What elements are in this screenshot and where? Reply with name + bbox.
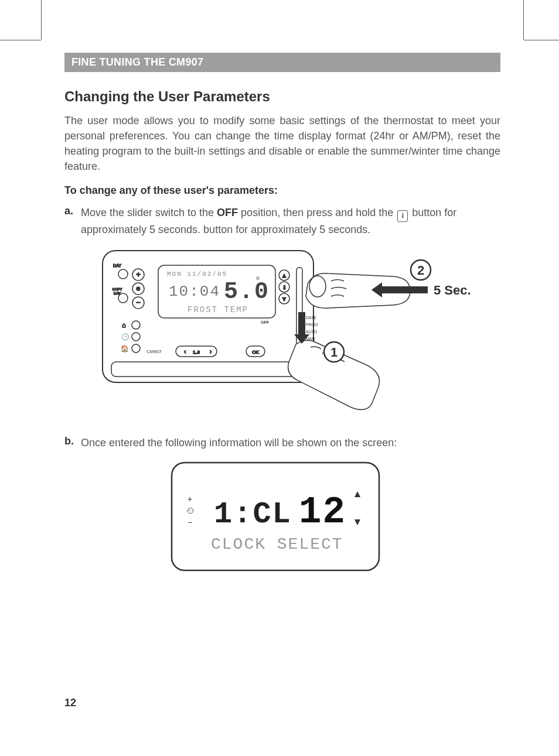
svg-rect-33 — [111, 362, 305, 377]
subheading: To change any of these user's parameters… — [64, 184, 500, 197]
svg-text:−: − — [188, 518, 192, 527]
svg-text:+: + — [136, 270, 141, 279]
step-a-mid: position, then press and hold the — [238, 207, 396, 218]
duration-label: 5 Sec. — [434, 283, 471, 297]
lcd-bottom: FROST TEMP — [188, 305, 248, 314]
info-icon: i — [397, 210, 408, 222]
lcd-mode: OFF — [261, 320, 270, 324]
lcd-time: 10:04 — [169, 283, 220, 300]
step-a: a. Move the slider switch to the OFF pos… — [64, 205, 500, 237]
svg-point-1 — [118, 269, 128, 279]
svg-text:›: › — [210, 348, 212, 355]
intro-paragraph: The user mode allows you to modify some … — [64, 113, 500, 174]
callout-2: 2 — [411, 260, 431, 280]
svg-text:▲: ▲ — [281, 272, 287, 279]
lcd-value: 12 — [299, 491, 346, 533]
lcd-code: 1:CL — [214, 497, 292, 532]
svg-text:⏲: ⏲ — [136, 286, 141, 292]
step-a-marker: a. — [64, 205, 81, 237]
step-b-text: Once entered the following information w… — [81, 435, 397, 450]
figure-2: + ⏲ − 1:CL 12 CLOCK SELECT — [170, 461, 500, 572]
label-day2: DAY — [114, 292, 121, 295]
svg-text:⏲: ⏲ — [186, 506, 195, 515]
lcd-top: MON 11/02/05 — [167, 271, 227, 278]
svg-text:🕒: 🕒 — [121, 333, 129, 341]
page-title: Changing the User Parameters — [64, 88, 500, 105]
lcd-bottom-select: CLOCK SELECT — [211, 535, 343, 553]
svg-point-9 — [132, 321, 140, 329]
slider-label-date: DATE — [306, 316, 316, 320]
figure-1: DAY COPY DAY + ⏲ − ⌂ 🕒 🏠 M — [100, 248, 500, 418]
prog-range: 1..6 — [193, 350, 200, 354]
svg-text:‹: ‹ — [184, 348, 186, 355]
model-label: CM907 — [146, 349, 162, 354]
step-b-marker: b. — [64, 435, 81, 450]
slider-label-auto: AUTO — [306, 330, 318, 334]
svg-text:+: + — [188, 494, 192, 504]
svg-text:−: − — [136, 298, 141, 307]
step-a-text: Move the slider switch to the OFF positi… — [81, 205, 500, 237]
slider-label-prog: PROG — [306, 323, 318, 327]
svg-text:🌡: 🌡 — [282, 285, 287, 290]
svg-text:2: 2 — [417, 263, 424, 278]
step-b: b. Once entered the following informatio… — [64, 435, 500, 450]
svg-point-34 — [309, 276, 326, 297]
lcd-temp: 5.0 — [224, 279, 270, 305]
svg-text:🏠: 🏠 — [121, 344, 129, 353]
off-word: OFF — [217, 207, 238, 218]
label-day: DAY — [113, 264, 121, 268]
section-bar: FINE TUNING THE CM907 — [64, 53, 500, 72]
svg-text:▼: ▼ — [281, 296, 287, 302]
callout-1: 1 — [324, 342, 344, 362]
step-a-pre: Move the slider switch to the — [81, 207, 217, 218]
svg-text:⌂: ⌂ — [122, 321, 126, 329]
label-copy: COPY — [112, 288, 122, 291]
svg-point-11 — [132, 344, 140, 353]
svg-point-10 — [132, 333, 140, 341]
svg-text:1: 1 — [330, 345, 338, 360]
page-number: 12 — [64, 697, 76, 709]
ok-label: OK — [252, 350, 259, 355]
